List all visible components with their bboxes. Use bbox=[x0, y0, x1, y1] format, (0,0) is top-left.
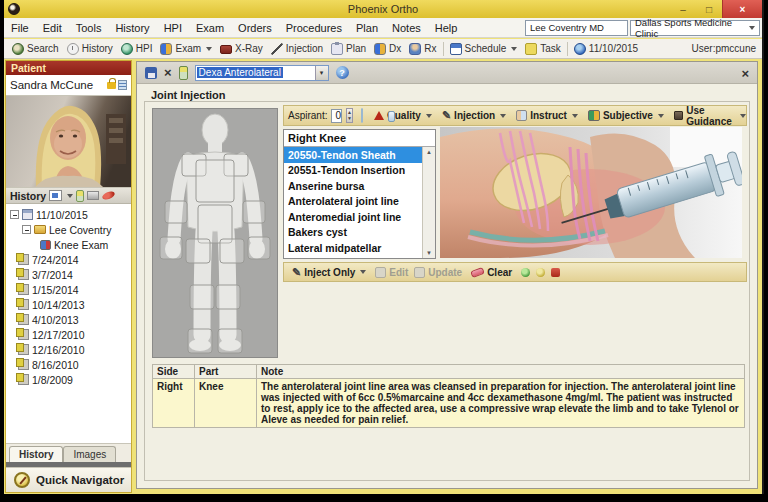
slider-thumb[interactable] bbox=[388, 111, 395, 122]
list-scrollbar[interactable]: ▲ ▼ bbox=[422, 147, 435, 258]
menu-history[interactable]: History bbox=[108, 18, 156, 37]
scroll-down-icon[interactable]: ▼ bbox=[426, 250, 432, 256]
quick-navigator-button[interactable]: Quick Navigator bbox=[6, 467, 131, 492]
edit-button[interactable]: Edit bbox=[375, 267, 408, 278]
instruct-button[interactable]: Instruct bbox=[513, 110, 581, 121]
edit-icon bbox=[375, 267, 386, 278]
delete-icon[interactable]: × bbox=[164, 66, 172, 79]
list-item[interactable]: Anterolateral joint line bbox=[284, 194, 435, 210]
menu-hpi[interactable]: HPI bbox=[157, 18, 189, 37]
injection-button[interactable]: Injection bbox=[267, 39, 327, 58]
combo-dropdown-button[interactable]: ▾ bbox=[315, 66, 328, 80]
menu-orders[interactable]: Orders bbox=[231, 18, 279, 37]
collapse-icon[interactable] bbox=[22, 225, 31, 234]
template-combobox[interactable]: Dexa Anterolateral ▾ bbox=[195, 65, 329, 81]
list-item[interactable]: 20551-Tendon Insertion bbox=[284, 163, 435, 179]
toolbar-date[interactable]: 11/10/2015 bbox=[570, 39, 642, 58]
task-label: Task bbox=[540, 43, 561, 54]
inject-only-button[interactable]: ✎ Inject Only bbox=[289, 266, 369, 279]
history-button[interactable]: History bbox=[63, 39, 117, 58]
list-item[interactable]: Bakers cyst bbox=[284, 225, 435, 241]
chevron-down-icon bbox=[426, 114, 432, 118]
tree-item-date[interactable]: 4/10/2013 bbox=[6, 312, 131, 327]
plan-button[interactable]: Plan bbox=[327, 39, 370, 58]
list-item[interactable]: Medial collateral ligament bbox=[284, 256, 435, 260]
tree-item-date[interactable]: 7/24/2014 bbox=[6, 252, 131, 267]
aspirant-stepper[interactable]: ▲ ▼ bbox=[346, 108, 353, 123]
quality-button[interactable]: Quality bbox=[371, 110, 435, 121]
collapse-icon[interactable] bbox=[10, 210, 19, 219]
menu-exam[interactable]: Exam bbox=[189, 18, 231, 37]
help-icon[interactable]: ? bbox=[336, 66, 349, 79]
menu-file[interactable]: File bbox=[4, 18, 36, 37]
patient-name-row[interactable]: Sandra McCune bbox=[6, 75, 131, 96]
task-button[interactable]: Task bbox=[521, 39, 565, 58]
dx-button[interactable]: Dx bbox=[370, 39, 405, 58]
tree-item-exam[interactable]: Knee Exam bbox=[6, 237, 131, 252]
tree-view-icon[interactable] bbox=[49, 190, 62, 201]
menu-tools[interactable]: Tools bbox=[69, 18, 109, 37]
provider-field[interactable]: Lee Coventry MD bbox=[525, 20, 628, 36]
close-button[interactable]: × bbox=[722, 0, 762, 18]
menu-edit[interactable]: Edit bbox=[36, 18, 69, 37]
yellow-key-icon[interactable] bbox=[536, 268, 545, 277]
dose-slider[interactable] bbox=[361, 108, 363, 123]
tree-item-visit[interactable]: 11/10/2015 bbox=[6, 207, 131, 222]
update-button[interactable]: Update bbox=[414, 267, 462, 278]
tree-item-date[interactable]: 12/16/2010 bbox=[6, 342, 131, 357]
col-note: Note bbox=[257, 365, 745, 379]
compass-icon bbox=[14, 472, 30, 488]
scroll-up-icon[interactable]: ▲ bbox=[426, 149, 432, 155]
history-header-label: History bbox=[10, 190, 46, 202]
list-item[interactable]: Anserine bursa bbox=[284, 178, 435, 194]
hpi-button[interactable]: HPI bbox=[117, 39, 157, 58]
exam-button[interactable]: Exam bbox=[156, 39, 216, 58]
list-item[interactable]: Anteromedial joint line bbox=[284, 209, 435, 225]
xray-button[interactable]: X-Ray bbox=[216, 39, 267, 58]
tree-item-date[interactable]: 8/16/2010 bbox=[6, 357, 131, 372]
menu-plan[interactable]: Plan bbox=[349, 18, 385, 37]
tree-item-date[interactable]: 1/8/2009 bbox=[6, 372, 131, 387]
menu-help[interactable]: Help bbox=[428, 18, 465, 37]
cell-note: The anterolateral joint line area was cl… bbox=[257, 379, 745, 428]
rx-button[interactable]: Rx bbox=[405, 39, 440, 58]
chevron-down-icon bbox=[511, 47, 517, 51]
tree-label: 1/8/2009 bbox=[32, 374, 73, 386]
patient-photo[interactable] bbox=[6, 96, 131, 188]
clear-button[interactable]: Clear bbox=[468, 267, 515, 278]
injection-menu-label: Injection bbox=[454, 110, 495, 121]
use-guidance-button[interactable]: Use Guidance bbox=[671, 105, 749, 127]
tab-images[interactable]: Images bbox=[63, 446, 116, 462]
save-icon[interactable] bbox=[145, 67, 157, 79]
green-key-icon[interactable] bbox=[521, 268, 530, 277]
body-diagram[interactable] bbox=[152, 108, 278, 358]
search-button[interactable]: Search bbox=[8, 39, 63, 58]
menu-notes[interactable]: Notes bbox=[385, 18, 428, 37]
red-flag-icon[interactable] bbox=[551, 268, 560, 277]
printer-icon[interactable] bbox=[87, 191, 99, 200]
schedule-button[interactable]: Schedule bbox=[446, 39, 522, 58]
battery-icon[interactable] bbox=[76, 190, 84, 202]
lock-battery-icon[interactable] bbox=[179, 66, 188, 80]
clinic-select[interactable]: Dallas Sports Medicine Clinic bbox=[630, 20, 760, 36]
table-row[interactable]: Right Knee The anterolateral joint line … bbox=[153, 379, 745, 428]
minimize-button[interactable]: – bbox=[670, 2, 696, 16]
aspirant-input[interactable]: 0 bbox=[331, 109, 342, 123]
tab-history[interactable]: History bbox=[9, 446, 63, 462]
tree-item-date[interactable]: 3/7/2014 bbox=[6, 267, 131, 282]
tree-item-date[interactable]: 12/17/2010 bbox=[6, 327, 131, 342]
chevron-down-icon[interactable] bbox=[67, 194, 73, 198]
update-label: Update bbox=[428, 267, 462, 278]
menu-procedures[interactable]: Procedures bbox=[279, 18, 349, 37]
injection-menu-button[interactable]: ✎ Injection bbox=[439, 109, 509, 122]
list-item[interactable]: 20550-Tendon Sheath bbox=[284, 147, 435, 163]
maximize-button[interactable]: □ bbox=[696, 2, 722, 16]
red-pen-icon[interactable] bbox=[101, 190, 116, 201]
tree-item-provider[interactable]: Lee Coventry bbox=[6, 222, 131, 237]
list-item[interactable]: Lateral midpatellar bbox=[284, 240, 435, 256]
spin-down-icon[interactable]: ▼ bbox=[347, 116, 352, 122]
panel-close-icon[interactable]: × bbox=[741, 66, 749, 81]
tree-item-date[interactable]: 1/15/2014 bbox=[6, 282, 131, 297]
tree-item-date[interactable]: 10/14/2013 bbox=[6, 297, 131, 312]
subjective-button[interactable]: Subjective bbox=[585, 110, 667, 121]
